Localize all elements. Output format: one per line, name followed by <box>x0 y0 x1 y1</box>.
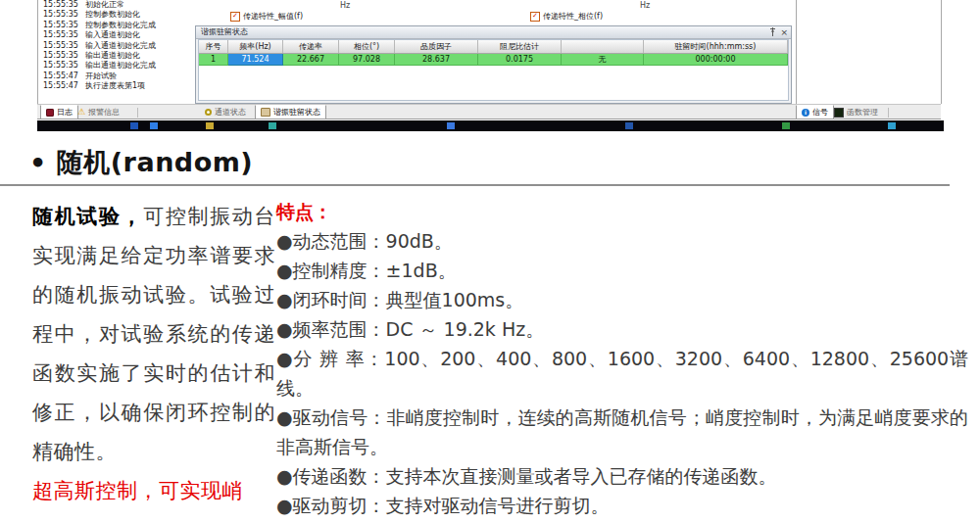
taskbar-item[interactable] <box>206 122 214 129</box>
log-message: 控制参数初始化 <box>85 10 140 20</box>
intro-paragraph: 随机试验，可控制振动台实现满足给定功率谱要求的随机振动试验。试验过程中，对试验系… <box>32 197 275 523</box>
right-panel <box>796 0 942 104</box>
log-message: 输入通道初始化 <box>85 30 140 40</box>
column-header[interactable]: 驻留时间(hhh:mm:ss) <box>644 40 788 53</box>
channel-status-icon <box>205 109 212 116</box>
column-header[interactable] <box>562 40 644 53</box>
feature-item: ●闭环时间：典型值100ms。 <box>276 285 968 314</box>
cell-phase[interactable]: 97.028 <box>339 54 395 66</box>
column-header[interactable]: 传递率 <box>283 40 339 53</box>
legend-amplitude[interactable]: ✓ 传递特性_幅值(f) <box>230 11 303 22</box>
log-icon <box>46 109 54 117</box>
log-time: 15:55:47 <box>43 81 76 91</box>
column-header[interactable]: 频率(Hz) <box>228 40 283 53</box>
log-time: 15:55:35 <box>43 61 76 71</box>
taskbar-item[interactable] <box>150 122 158 129</box>
cell-index[interactable]: 1 <box>199 54 228 66</box>
table-row[interactable]: 1 71.524 22.667 97.028 28.637 0.0175 无 0… <box>199 54 788 66</box>
tab-label: 通道状态 <box>215 107 246 118</box>
log-message: 执行进度表第1项 <box>85 81 145 91</box>
feature-item: ●控制精度：±1dB。 <box>276 256 968 285</box>
resonance-icon <box>261 108 270 117</box>
taskbar-item[interactable] <box>625 122 633 129</box>
intro-red-text: 超高斯控制，可实现峭 <box>32 471 275 510</box>
legend-label: 传递特性_幅值(f) <box>243 11 303 22</box>
table-header-row: 序号 频率(Hz) 传递率 相位(°) 品质因子 阻尼比估计 驻留时间(hhh:… <box>199 40 788 54</box>
tab-alarm[interactable]: ⚠ 报警信息 <box>73 105 124 119</box>
panel-title-bar[interactable]: 谐振驻留状态 × <box>196 26 791 39</box>
section-heading: • 随机(random) <box>29 145 980 180</box>
chart-amplitude: Hz ✓ 传递特性_幅值(f) <box>195 0 495 25</box>
features-title: 特点： <box>276 197 968 226</box>
log-message: 输出通道初始化 <box>85 51 140 61</box>
feature-item: ●驱动剪切：支持对驱动信号进行剪切。 <box>276 491 968 520</box>
log-message: 初始化正常 <box>85 0 124 10</box>
log-entry[interactable]: 15:55:35初始化正常 <box>38 0 195 10</box>
cell-frequency-selected[interactable]: 71.524 <box>228 54 283 66</box>
log-entry[interactable]: 15:55:35输入通道初始化完成 <box>38 41 195 51</box>
log-entry[interactable]: 15:55:35输出通道初始化 <box>38 51 195 61</box>
heading-rule <box>0 184 950 186</box>
taskbar-item[interactable] <box>269 122 276 129</box>
tab-label: 信号 <box>812 107 828 118</box>
taskbar-item[interactable] <box>447 122 455 129</box>
log-entry[interactable]: 15:55:35输出通道初始化完成 <box>38 61 195 71</box>
tab-separator <box>137 108 138 118</box>
resonance-table: 序号 频率(Hz) 传递率 相位(°) 品质因子 阻尼比估计 驻留时间(hhh:… <box>198 39 789 101</box>
tab-label: 谐振驻留状态 <box>273 107 320 118</box>
log-message: 输入通道初始化完成 <box>85 41 156 51</box>
chart-phase: Hz ✓ 传递特性_相位(f) <box>495 0 795 25</box>
cell-transmissibility[interactable]: 22.667 <box>283 54 339 66</box>
cell-extra[interactable]: 无 <box>562 54 644 66</box>
pin-icon[interactable] <box>769 27 776 38</box>
log-time: 15:55:35 <box>43 10 76 20</box>
log-time: 15:55:35 <box>43 21 76 30</box>
column-header[interactable]: 序号 <box>199 40 228 53</box>
tab-separator <box>888 108 889 118</box>
log-entry[interactable]: 15:55:47开始试验 <box>38 71 195 81</box>
legend-label: 传递特性_相位(f) <box>543 11 603 22</box>
log-entry[interactable]: 15:55:35控制参数初始化 <box>38 10 195 20</box>
log-time: 15:55:35 <box>43 0 76 10</box>
cell-quality-factor[interactable]: 28.637 <box>395 54 478 66</box>
log-entry[interactable]: 15:55:35控制参数初始化完成 <box>38 21 195 30</box>
taskbar-item[interactable] <box>888 122 896 129</box>
features-list: 特点： ●动态范围：90dB。 ●控制精度：±1dB。 ●闭环时间：典型值100… <box>276 197 968 523</box>
resonance-dwell-panel: 谐振驻留状态 × 序号 频率(Hz) 传递率 相位(°) 品质因子 <box>195 25 792 104</box>
log-time: 15:55:35 <box>43 30 76 40</box>
taskbar <box>37 120 944 131</box>
tab-function-manager[interactable]: 函数管理 <box>829 105 883 119</box>
column-header[interactable]: 阻尼比估计 <box>478 40 562 53</box>
chart-axis-area: Hz ✓ 传递特性_幅值(f) Hz ✓ 传递特性_相位(f) <box>195 0 795 25</box>
legend-phase[interactable]: ✓ 传递特性_相位(f) <box>530 11 603 22</box>
feature-item: ●动态范围：90dB。 <box>276 226 968 256</box>
panel-title: 谐振驻留状态 <box>201 27 248 36</box>
log-message: 控制参数初始化完成 <box>85 21 156 30</box>
tab-label: 报警信息 <box>88 107 120 118</box>
close-icon[interactable]: × <box>780 28 788 37</box>
log-entry[interactable]: 15:55:47执行进度表第1项 <box>38 81 195 91</box>
log-message: 输出通道初始化完成 <box>85 61 156 71</box>
bottom-tab-strip: 日志 ⚠ 报警信息 通道状态 谐振驻留状态 i 信号 函数管理 <box>37 104 941 119</box>
center-panel: Hz ✓ 传递特性_幅值(f) Hz ✓ 传递特性_相位(f) 谐振驻留状 <box>195 0 795 104</box>
page: 15:55:35初始化正常 15:55:35控制参数初始化 15:55:35控制… <box>0 0 980 523</box>
log-entry[interactable]: 15:55:35输入通道初始化 <box>38 30 195 40</box>
x-axis-unit-label: Hz <box>195 1 495 10</box>
log-time: 15:55:47 <box>43 71 76 81</box>
feature-item: ●驱动信号：非峭度控制时，连续的高斯随机信号；峭度控制时，为满足峭度要求的非高斯… <box>276 403 968 461</box>
feature-item: ●传递函数：支持本次直接测量或者导入已存储的传递函数。 <box>276 461 968 491</box>
x-axis-unit-label: Hz <box>495 1 795 10</box>
taskbar-item[interactable] <box>782 122 790 129</box>
cell-dwell-time[interactable]: 000:00:00 <box>644 54 788 66</box>
feature-item: ●分 辨 率：100、200、400、800、1600、3200、6400、12… <box>276 344 968 403</box>
tab-resonance-dwell[interactable]: 谐振驻留状态 <box>255 105 326 119</box>
taskbar-item[interactable] <box>130 122 138 129</box>
checkbox-checked-icon[interactable]: ✓ <box>230 12 240 22</box>
warning-icon: ⚠ <box>77 108 85 117</box>
tab-channel-status[interactable]: 通道状态 <box>200 105 251 119</box>
cell-damping-ratio[interactable]: 0.0175 <box>478 54 562 66</box>
column-header[interactable]: 相位(°) <box>339 40 395 53</box>
checkbox-checked-icon[interactable]: ✓ <box>530 12 540 22</box>
column-header[interactable]: 品质因子 <box>395 40 478 53</box>
log-panel: 15:55:35初始化正常 15:55:35控制参数初始化 15:55:35控制… <box>37 0 196 104</box>
